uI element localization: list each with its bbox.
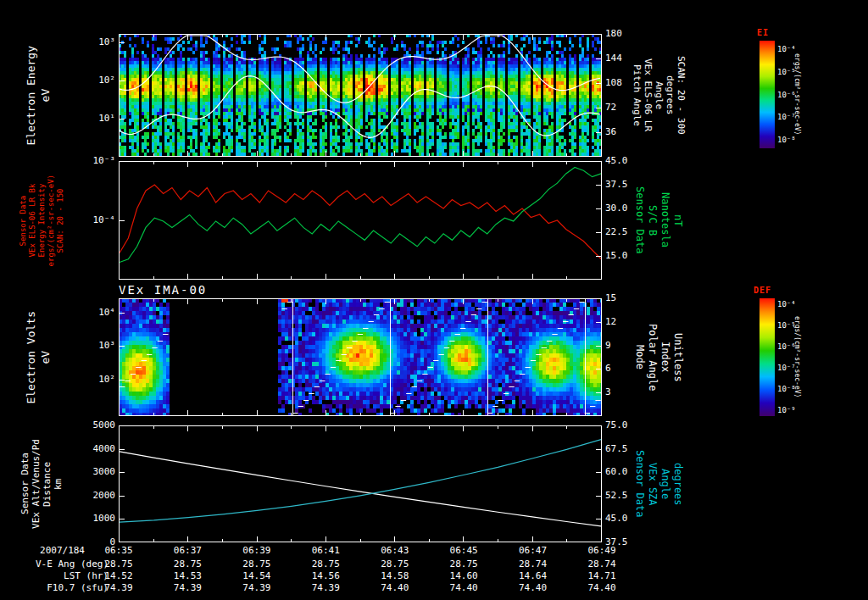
support-value-1-5: 14.60 [441,570,487,581]
ima-panel-title: VEx IMA-00 [119,283,207,297]
cbar-def-tick-3: 10⁻⁷ [777,364,796,372]
ima-y-axis-label-text: Electron Volts eV [24,311,53,404]
els-spectrogram-canvas [119,34,602,157]
time-tick-label-5: 06:45 [441,545,487,556]
vex-orbit-summary-plot: VEx ELS-06 LR VEx ELS-06 HR VEx IMA-00 E… [0,0,868,600]
time-tick-label-4: 06:43 [372,545,418,556]
els-electron-energy-spectrogram-ytick-2: 10¹ [80,114,115,124]
date-label: 2007/184 [15,545,86,556]
cbar-def-tick-4: 10⁻⁸ [777,385,796,393]
support-value-2-4: 74.40 [372,582,418,593]
els-intensity-and-b-field-y2tick-1: 37.5 [605,180,644,190]
altitude-y-axis-label-text: Sensor Data VEx Alt/Venus/Pd Distance km [19,439,64,529]
time-tick-label-1: 06:37 [164,545,210,556]
bfield-axis-label-text: Sensor Data S/C B Nanotesla nT [633,186,684,253]
els-electron-energy-spectrogram-y2tick-0: 180 [605,29,644,39]
support-value-1-6: 14.64 [510,570,556,581]
els-electron-energy-spectrogram-ytick-0: 10³ [80,37,115,47]
time-tick-label-0: 06:35 [96,545,142,556]
support-value-2-7: 74.40 [579,582,625,593]
ima-spectrogram-ytick-2: 10² [80,375,115,385]
cbar-ei-tick-3: 10⁻⁷ [777,113,796,121]
els-intensity-and-b-field-y2tick-3: 22.5 [605,227,644,237]
intensity-y-axis-label-text: Sensor Data VEx ELS-06 LR Bk Energy Inte… [19,175,65,266]
altitude-and-sza-y2tick-3: 52.5 [605,491,644,501]
support-value-0-6: 28.74 [510,558,556,569]
support-value-0-2: 28.75 [234,558,280,569]
cbar-ei-tick-0: 10⁻⁴ [777,45,796,53]
support-value-2-0: 74.39 [96,582,142,593]
support-row-label-1: LST (hr) [0,570,110,581]
els-intensity-and-b-field-y2tick-0: 45.0 [605,156,644,166]
time-tick-label-3: 06:41 [303,545,348,556]
support-value-0-3: 28.75 [303,558,348,569]
cbar-ei-tick-1: 10⁻⁵ [777,68,796,76]
support-value-0-0: 28.75 [96,558,142,569]
altitude-and-sza-ytick-0: 5000 [80,420,115,431]
ima-spectrogram-ytick-0: 10⁴ [80,308,115,318]
els-electron-energy-spectrogram-y2tick-3: 72 [605,103,644,113]
support-value-0-1: 28.75 [164,558,210,569]
ei-colorbar [760,41,775,148]
support-value-2-6: 74.40 [510,582,556,593]
mode-axis-label-text: Mode Polar Angle Index Unitless [633,324,684,391]
altitude-and-sza-ytick-4: 1000 [80,514,115,524]
def-colorbar-label: DEF [754,286,771,295]
ima-spectrogram-ytick-1: 10³ [80,341,115,351]
support-value-1-2: 14.54 [234,570,280,581]
ima-spectrogram-y2tick-0: 15 [605,293,644,303]
els-intensity-and-b-field-y2tick-4: 15.0 [605,251,644,261]
support-value-2-3: 74.39 [303,582,348,593]
cbar-ei-tick-2: 10⁻⁶ [777,91,796,99]
intensity-y-axis-label: Sensor Data VEx ELS-06 LR Bk Energy Inte… [15,161,68,280]
bfield-axis-label: Sensor Data S/C B Nanotesla nT [632,161,685,280]
ima-spectrogram-y2tick-1: 12 [605,317,644,327]
ei-colorbar-label: EI [757,28,769,37]
els-y-axis-label-text: Electron Energy eV [24,46,53,145]
cbar-ei-tick-4: 10⁻⁸ [777,136,796,144]
cbar-def-tick-2: 10⁻⁶ [777,342,796,351]
sza-axis-label-text: Sensor Data VEx SZA Angle degrees [633,450,684,517]
els-electron-energy-spectrogram-ytick-1: 10² [80,75,115,86]
ima-spectrogram-y2tick-4: 3 [605,387,644,397]
cbar-def-tick-1: 10⁻⁵ [777,321,796,330]
altitude-sza-canvas [119,425,602,542]
def-colorbar [760,298,775,416]
support-value-2-2: 74.39 [234,582,280,593]
altitude-and-sza-y2tick-1: 67.5 [605,444,644,454]
altitude-and-sza-y2tick-2: 60.0 [605,467,644,477]
support-value-1-0: 14.52 [96,570,142,581]
els-intensity-and-b-field-y2tick-2: 30.0 [605,203,644,214]
els-electron-energy-spectrogram-y2tick-4: 36 [605,127,644,137]
support-value-0-7: 28.74 [579,558,625,569]
ima-spectrogram-y2tick-2: 9 [605,341,644,351]
ima-y-axis-label: Electron Volts eV [20,298,56,416]
def-colorbar-units: ergs/(cm²-sr-sec-eV) [793,298,805,416]
support-row-label-2: F10.7 (sfu) [0,582,110,593]
support-value-1-7: 14.71 [579,570,625,581]
altitude-and-sza-ytick-2: 3000 [80,467,115,477]
altitude-and-sza-y2tick-0: 75.0 [605,420,644,431]
els-electron-energy-spectrogram-y2tick-1: 144 [605,53,644,64]
els-y-axis-label: Electron Energy eV [20,34,56,157]
pitch-angle-axis-label: Pitch Angle VEx ELS-06 LR Angle degrees … [629,34,688,157]
support-value-0-4: 28.75 [372,558,418,569]
time-tick-label-6: 06:47 [510,545,556,556]
cbar-def-tick-0: 10⁻⁴ [777,300,796,308]
support-value-1-3: 14.56 [303,570,348,581]
support-value-1-1: 14.53 [164,570,210,581]
support-value-2-1: 74.39 [164,582,210,593]
ima-spectrogram-y2tick-3: 6 [605,364,644,374]
support-value-0-5: 28.75 [441,558,487,569]
time-tick-label-2: 06:39 [234,545,280,556]
support-value-2-5: 74.40 [441,582,487,593]
altitude-and-sza-ytick-3: 2000 [80,491,115,501]
pitch-angle-axis-label-text: Pitch Angle VEx ELS-06 LR Angle degrees … [632,56,687,135]
altitude-and-sza-y2tick-4: 45.0 [605,514,644,524]
els-intensity-and-b-field-ytick-1: 10⁻⁴ [80,215,115,225]
els-electron-energy-spectrogram-y2tick-2: 108 [605,78,644,88]
ima-spectrogram-canvas [119,298,602,416]
altitude-y-axis-label: Sensor Data VEx Alt/Venus/Pd Distance km [17,425,66,542]
support-row-label-0: V-E Ang (deg) [0,558,110,569]
support-value-1-4: 14.58 [372,570,418,581]
